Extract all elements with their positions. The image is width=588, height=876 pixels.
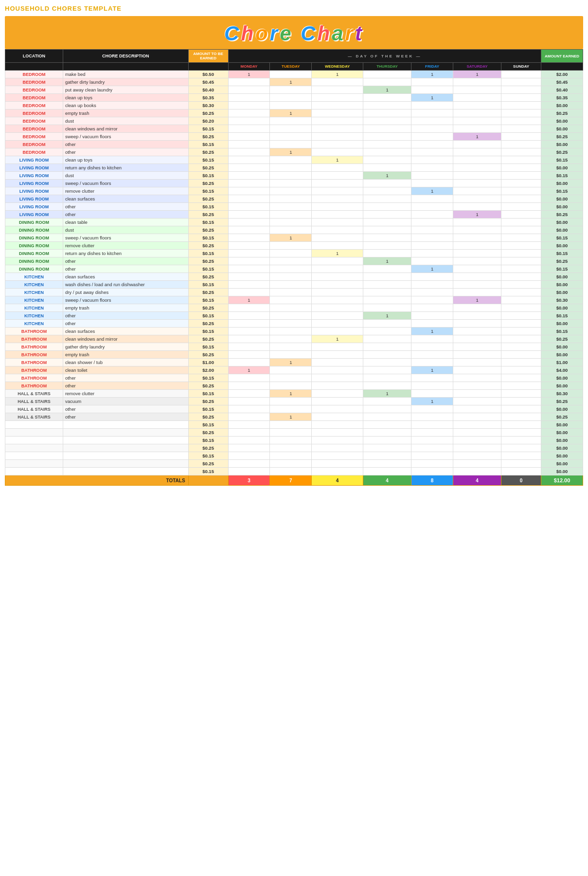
amount-to-earn-cell: $0.25 xyxy=(188,110,228,117)
day-cell-sat xyxy=(453,180,501,187)
day-cell-fri xyxy=(411,226,453,234)
day-cell-wed xyxy=(312,110,363,117)
day-cell-wed xyxy=(312,94,363,102)
day-cell-wed xyxy=(312,413,363,421)
location-cell: HALL & STAIRS xyxy=(5,413,63,421)
day-cell-fri: 1 xyxy=(411,71,453,78)
chart-header: Chore Chart xyxy=(5,16,583,49)
amount-to-earn-cell: $0.25 xyxy=(188,460,228,468)
description-cell: other xyxy=(63,211,188,219)
day-cell-wed xyxy=(312,211,363,219)
day-cell-sat xyxy=(453,468,501,475)
location-cell: KITCHEN xyxy=(5,273,63,281)
day-cell-tue xyxy=(270,289,312,296)
day-cell-sun xyxy=(501,421,541,429)
day-cell-tue xyxy=(270,429,312,437)
amount-to-earn-cell: $0.15 xyxy=(188,374,228,382)
day-cell-sun xyxy=(501,359,541,366)
earned-cell: $0.00 xyxy=(541,444,583,452)
day-cell-sat xyxy=(453,289,501,296)
day-cell-sat xyxy=(453,390,501,398)
day-cell-mon xyxy=(228,421,270,429)
day-cell-sat xyxy=(453,203,501,211)
day-cell-mon xyxy=(228,304,270,312)
earned-cell: $0.25 xyxy=(541,398,583,405)
description-cell: make bed xyxy=(63,71,188,78)
day-cell-mon xyxy=(228,180,270,187)
earned-cell: $0.15 xyxy=(541,187,583,195)
day-cell-thu xyxy=(363,234,411,242)
day-cell-fri xyxy=(411,335,453,343)
location-cell xyxy=(5,421,63,429)
description-cell: empty trash xyxy=(63,351,188,359)
location-cell: BEDROOM xyxy=(5,78,63,86)
day-cell-thu: 1 xyxy=(363,257,411,265)
amount-to-earn-cell: $0.25 xyxy=(188,226,228,234)
day-cell-mon xyxy=(228,195,270,203)
amount-to-earn-cell: $0.25 xyxy=(188,429,228,437)
day-cell-wed: 1 xyxy=(312,71,363,78)
day-cell-thu: 1 xyxy=(363,86,411,94)
totals-row: TOTALS 3 7 4 4 8 4 0 $12.00 xyxy=(5,475,583,486)
table-row: KITCHENdry / put away dishes$0.25$0.00 xyxy=(5,289,583,296)
amount-to-earn-cell: $0.25 xyxy=(188,164,228,172)
day-cell-tue xyxy=(270,398,312,405)
day-cell-sat xyxy=(453,141,501,148)
earned-cell: $0.00 xyxy=(541,102,583,110)
location-cell: LIVING ROOM xyxy=(5,211,63,219)
table-row: BEDROOMother$0.15$0.00 xyxy=(5,141,583,148)
location-cell: KITCHEN xyxy=(5,289,63,296)
day-cell-tue xyxy=(270,265,312,273)
table-row: KITCHENother$0.25$0.00 xyxy=(5,320,583,328)
description-cell: clean surfaces xyxy=(63,195,188,203)
day-cell-mon xyxy=(228,242,270,250)
amount-to-earn-cell: $0.25 xyxy=(188,444,228,452)
description-cell xyxy=(63,421,188,429)
table-row: DINING ROOMreturn any dishes to kitchen$… xyxy=(5,250,583,257)
day-cell-wed xyxy=(312,148,363,156)
day-cell-fri xyxy=(411,180,453,187)
table-row: BATHROOMother$0.15$0.00 xyxy=(5,374,583,382)
description-cell xyxy=(63,460,188,468)
day-cell-sat xyxy=(453,444,501,452)
amount-to-earn-cell: $0.20 xyxy=(188,117,228,125)
day-cell-thu xyxy=(363,444,411,452)
description-cell xyxy=(63,444,188,452)
day-cell-tue xyxy=(270,156,312,164)
day-cell-mon xyxy=(228,312,270,320)
day-cell-fri xyxy=(411,296,453,304)
description-cell: clean up toys xyxy=(63,94,188,102)
day-cell-sun xyxy=(501,164,541,172)
day-cell-wed xyxy=(312,343,363,351)
day-cell-sun xyxy=(501,460,541,468)
day-cell-fri xyxy=(411,117,453,125)
day-cell-sat xyxy=(453,117,501,125)
day-cell-sat xyxy=(453,421,501,429)
table-row: LIVING ROOMremove clutter$0.151$0.15 xyxy=(5,187,583,195)
table-row: BEDROOMput away clean laundry$0.401$0.40 xyxy=(5,86,583,94)
day-cell-sun xyxy=(501,117,541,125)
location-cell: KITCHEN xyxy=(5,281,63,289)
location-cell: BEDROOM xyxy=(5,117,63,125)
day-cell-tue xyxy=(270,219,312,226)
day-cell-sat xyxy=(453,366,501,374)
location-cell: BEDROOM xyxy=(5,125,63,133)
day-cell-thu xyxy=(363,125,411,133)
table-row: BEDROOMclean windows and mirror$0.15$0.0… xyxy=(5,125,583,133)
day-cell-fri xyxy=(411,429,453,437)
day-cell-fri xyxy=(411,413,453,421)
day-cell-fri xyxy=(411,141,453,148)
total-thu: 4 xyxy=(363,475,411,486)
table-row: BATHROOMclean toilet$2.0011$4.00 xyxy=(5,366,583,374)
day-cell-sun xyxy=(501,71,541,78)
earned-cell: $0.00 xyxy=(541,141,583,148)
day-cell-mon xyxy=(228,110,270,117)
day-cell-fri xyxy=(411,195,453,203)
day-cell-sun xyxy=(501,133,541,141)
col-earn xyxy=(541,63,583,71)
day-cell-tue xyxy=(270,102,312,110)
amount-to-earn-cell: $0.15 xyxy=(188,343,228,351)
day-cell-sat xyxy=(453,102,501,110)
day-cell-tue xyxy=(270,117,312,125)
table-row: $0.25$0.00 xyxy=(5,429,583,437)
